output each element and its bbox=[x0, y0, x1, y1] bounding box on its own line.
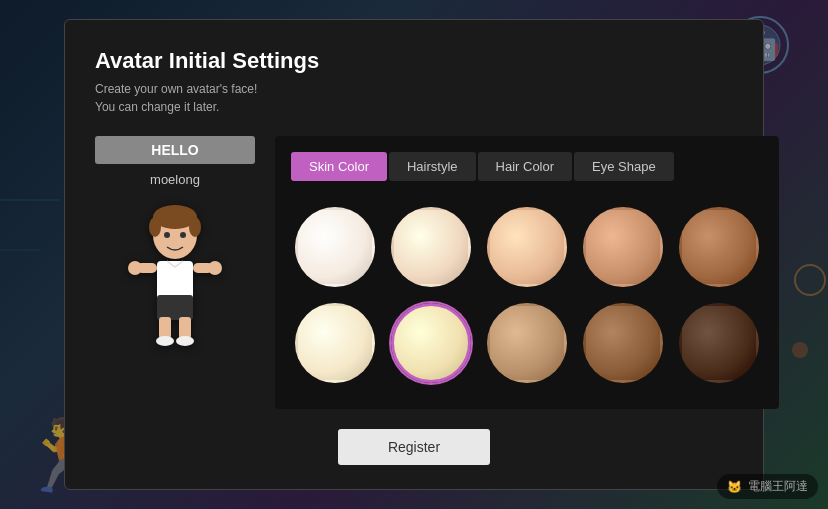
skin-color-swatch-9[interactable] bbox=[583, 303, 663, 383]
svg-point-10 bbox=[149, 217, 161, 237]
svg-point-18 bbox=[156, 336, 174, 346]
skin-color-swatch-2[interactable] bbox=[391, 207, 471, 287]
svg-point-22 bbox=[128, 261, 142, 275]
settings-panel: Skin Color Hairstyle Hair Color Eye Shap… bbox=[275, 136, 779, 409]
svg-point-12 bbox=[164, 232, 170, 238]
watermark-text: 電腦王阿達 bbox=[748, 478, 808, 495]
modal-overlay: Avatar Initial Settings Create your own … bbox=[0, 0, 828, 509]
skin-color-swatch-4[interactable] bbox=[583, 207, 663, 287]
subtitle-line2: You can change it later. bbox=[95, 100, 219, 114]
avatar-username: moelong bbox=[150, 172, 200, 187]
modal-subtitle: Create your own avatar's face! You can c… bbox=[95, 80, 733, 116]
svg-rect-17 bbox=[179, 317, 191, 339]
skin-color-swatch-7[interactable] bbox=[391, 303, 471, 383]
skin-color-grid bbox=[291, 197, 763, 393]
skin-color-swatch-10[interactable] bbox=[679, 303, 759, 383]
register-row: Register bbox=[95, 429, 733, 465]
avatar-figure bbox=[115, 195, 235, 355]
svg-point-19 bbox=[176, 336, 194, 346]
tab-skin-color[interactable]: Skin Color bbox=[291, 152, 387, 181]
svg-point-13 bbox=[180, 232, 186, 238]
skin-color-swatch-5[interactable] bbox=[679, 207, 759, 287]
svg-rect-15 bbox=[157, 295, 193, 320]
avatar-badge: HELLO bbox=[95, 136, 255, 164]
avatar-panel: HELLO moelong bbox=[95, 136, 255, 409]
watermark: 🐱 電腦王阿達 bbox=[717, 474, 818, 499]
register-button[interactable]: Register bbox=[338, 429, 490, 465]
subtitle-line1: Create your own avatar's face! bbox=[95, 82, 257, 96]
tab-hairstyle[interactable]: Hairstyle bbox=[389, 152, 476, 181]
tab-hair-color[interactable]: Hair Color bbox=[478, 152, 573, 181]
svg-rect-16 bbox=[159, 317, 171, 339]
modal-container: Avatar Initial Settings Create your own … bbox=[64, 19, 764, 490]
tab-eye-shape[interactable]: Eye Shape bbox=[574, 152, 674, 181]
tab-bar: Skin Color Hairstyle Hair Color Eye Shap… bbox=[291, 152, 763, 181]
watermark-icon: 🐱 bbox=[727, 480, 742, 494]
modal-body: HELLO moelong bbox=[95, 136, 733, 409]
svg-point-11 bbox=[189, 217, 201, 237]
skin-color-swatch-8[interactable] bbox=[487, 303, 567, 383]
skin-color-swatch-6[interactable] bbox=[295, 303, 375, 383]
skin-color-swatch-1[interactable] bbox=[295, 207, 375, 287]
modal-title: Avatar Initial Settings bbox=[95, 48, 733, 74]
svg-point-23 bbox=[208, 261, 222, 275]
skin-color-swatch-3[interactable] bbox=[487, 207, 567, 287]
